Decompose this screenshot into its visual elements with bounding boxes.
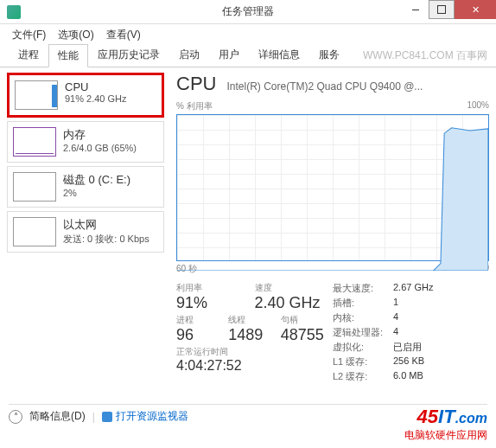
sidebar-disk-label: 磁盘 0 (C: E:) [63,172,130,188]
main-panel: CPU Intel(R) Core(TM)2 Quad CPU Q9400 @.… [164,73,489,408]
sidebar-net-label: 以太网 [63,217,149,233]
memory-thumb-icon [13,127,56,157]
main-header: CPU Intel(R) Core(TM)2 Quad CPU Q9400 @.… [176,73,489,95]
app-icon [7,5,21,19]
handle-value: 48755 [281,326,333,344]
collapse-label[interactable]: 简略信息(D) [29,409,86,424]
max-speed: 2.67 GHz [393,282,433,295]
window-title: 任务管理器 [222,4,274,19]
tab-users[interactable]: 用户 [209,43,249,67]
tab-details[interactable]: 详细信息 [249,43,309,67]
util-value: 91% [176,294,255,312]
menu-bar: 文件(F) 选项(O) 查看(V) [0,24,496,45]
cpu-title: CPU [176,73,216,95]
sidebar-mem-label: 内存 [63,127,137,143]
disk-thumb-icon [13,172,56,202]
chart-y-label: % 利用率 [176,100,213,112]
menu-options[interactable]: 选项(O) [53,26,99,44]
l1-cache: 256 KB [393,355,424,368]
chart-line [177,115,488,271]
menu-file[interactable]: 文件(F) [7,26,51,44]
sidebar-item-cpu[interactable]: CPU 91% 2.40 GHz [7,73,164,118]
watermark-text: WWW.PC841.COM 百事网 [363,48,487,63]
tab-services[interactable]: 服务 [309,43,349,67]
thread-value: 1489 [228,326,280,344]
util-label: 利用率 [176,282,255,294]
open-resource-monitor-link[interactable]: 打开资源监视器 [102,409,188,424]
tab-app-history[interactable]: 应用历史记录 [88,43,169,67]
window-titlebar: 任务管理器 [0,0,496,24]
brand-logo: 45IT.com [404,406,487,428]
cpu-usage-chart [176,114,489,261]
content-area: CPU 91% 2.40 GHz 内存 2.6/4.0 GB (65%) 磁盘 … [0,67,496,413]
collapse-button[interactable]: ˄ [9,410,22,424]
logical-cpus: 4 [393,326,398,339]
tab-processes[interactable]: 进程 [9,43,48,67]
sidebar-item-disk[interactable]: 磁盘 0 (C: E:) 2% [7,166,164,208]
thread-label: 线程 [228,314,280,326]
brand-watermark: 45IT.com 电脑软硬件应用网 [404,406,487,443]
uptime-value: 4:04:27:52 [176,358,333,374]
menu-view[interactable]: 查看(V) [101,26,146,44]
sockets: 1 [393,297,398,310]
proc-value: 96 [176,326,228,344]
virtualization: 已启用 [393,341,422,354]
sidebar-cpu-sub: 91% 2.40 GHz [65,93,127,104]
ethernet-thumb-icon [13,217,56,246]
sidebar-net-sub: 发送: 0 接收: 0 Kbps [63,233,149,246]
sidebar-disk-sub: 2% [63,188,130,198]
sidebar-cpu-label: CPU [65,80,127,93]
tab-bar: 进程 性能 应用历史记录 启动 用户 详细信息 服务 WWW.PC841.COM… [0,45,496,67]
l2-cache: 6.0 MB [393,370,423,383]
tab-startup[interactable]: 启动 [169,43,209,67]
speed-value: 2.40 GHz [255,294,334,312]
handle-label: 句柄 [281,314,333,326]
uptime-label: 正常运行时间 [176,346,333,358]
chart-y-max: 100% [467,100,489,112]
sidebar-item-memory[interactable]: 内存 2.6/4.0 GB (65%) [7,121,164,163]
sidebar-item-ethernet[interactable]: 以太网 发送: 0 接收: 0 Kbps [7,211,164,253]
brand-subtitle: 电脑软硬件应用网 [404,428,487,443]
footer-divider [9,404,487,405]
window-controls [403,0,496,19]
cpu-description: Intel(R) Core(TM)2 Quad CPU Q9400 @... [226,80,489,93]
close-button[interactable] [455,0,496,19]
maximize-button[interactable] [429,0,455,19]
cpu-thumb-icon [15,80,58,110]
minimize-button[interactable] [403,0,429,19]
sidebar-mem-sub: 2.6/4.0 GB (65%) [63,143,137,153]
status-bar: ˄ 简略信息(D) | 打开资源监视器 [9,409,188,424]
stats-area: 利用率 91% 速度 2.40 GHz 进程 96 线程 148 [176,282,489,385]
tab-performance[interactable]: 性能 [48,44,88,67]
cpu-details: 最大速度:2.67 GHz 插槽:1 内核:4 逻辑处理器:4 虚拟化:已启用 … [333,282,489,385]
resource-sidebar: CPU 91% 2.40 GHz 内存 2.6/4.0 GB (65%) 磁盘 … [7,73,164,408]
proc-label: 进程 [176,314,228,326]
speed-label: 速度 [255,282,334,294]
cores: 4 [393,311,398,324]
